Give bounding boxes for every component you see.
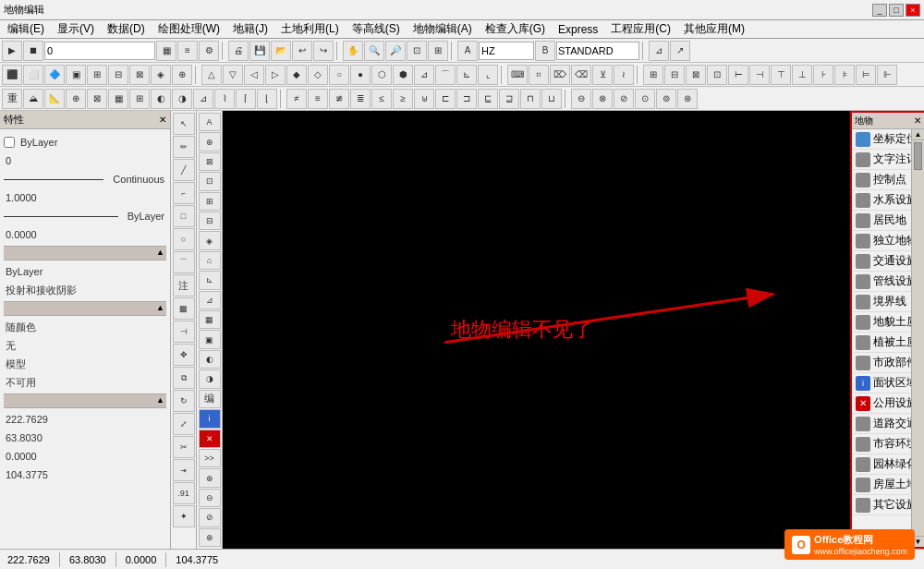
tb2-18[interactable]: ⬡: [371, 65, 392, 85]
rp-item-public[interactable]: ✕ 公用设施: [852, 393, 911, 414]
menu-other[interactable]: 其他应用(M): [678, 20, 750, 38]
ltb-scale[interactable]: ⤢: [173, 413, 195, 435]
ltb2-16[interactable]: i: [199, 409, 221, 428]
tb3-5[interactable]: ⊠: [87, 89, 107, 109]
tb3-11[interactable]: ⌇: [214, 89, 235, 109]
style-input[interactable]: [556, 42, 639, 60]
ltb2-2[interactable]: ⊕: [199, 132, 221, 151]
rp-item-border[interactable]: 境界线: [852, 292, 911, 312]
ltb-hatch[interactable]: ▩: [173, 297, 195, 320]
rp-item-area[interactable]: i 面状区域: [852, 373, 911, 393]
tb2-11[interactable]: ▽: [223, 65, 243, 85]
tb2-1[interactable]: ⬛: [2, 65, 22, 85]
tb3-8[interactable]: ◐: [151, 89, 171, 109]
rp-item-road[interactable]: 道路交通: [852, 414, 911, 434]
ltb2-1[interactable]: A: [199, 113, 221, 131]
rp-item-indep[interactable]: 独立地物: [852, 231, 911, 251]
bylayer-checkbox[interactable]: [4, 137, 15, 148]
rp-item-traffic[interactable]: 交通设施: [852, 251, 911, 272]
tb2-20[interactable]: ⊿: [414, 65, 434, 85]
tb2-5[interactable]: ⊞: [87, 65, 107, 85]
close-btn[interactable]: ×: [906, 4, 920, 17]
tb2-40[interactable]: ⊨: [856, 65, 876, 85]
tb3-16[interactable]: ≢: [329, 89, 349, 109]
menu-landuse[interactable]: 土地利用(L): [275, 20, 345, 38]
ltb-polyline[interactable]: ⌐: [173, 182, 195, 204]
tb3-10[interactable]: ⊿: [193, 89, 213, 109]
tb2-38[interactable]: ⊦: [813, 65, 833, 85]
tb-btn-3[interactable]: ▦: [156, 41, 176, 61]
tb3-14[interactable]: ≠: [286, 89, 307, 109]
tb2-15[interactable]: ◇: [308, 65, 328, 85]
tb-redo[interactable]: ↪: [313, 41, 334, 61]
tb3-4[interactable]: ⊕: [66, 89, 86, 109]
rp-item-coord[interactable]: 坐标定位: [852, 129, 911, 150]
panel-close-btn[interactable]: ✕: [159, 115, 166, 125]
tb-a[interactable]: A: [457, 41, 478, 61]
tb-zoom-sel[interactable]: ⊞: [428, 41, 448, 61]
rp-item-other[interactable]: 其它设施: [852, 495, 911, 515]
tb3-24[interactable]: ⊒: [499, 89, 519, 109]
tb2-21[interactable]: ⌒: [435, 65, 456, 85]
ltb2-14[interactable]: ◑: [199, 369, 221, 388]
tb-btn-5[interactable]: ⚙: [199, 41, 219, 61]
tb2-27[interactable]: ⌫: [571, 65, 591, 85]
tb2-33[interactable]: ⊡: [707, 65, 727, 85]
tb2-19[interactable]: ⬢: [393, 65, 413, 85]
ltb2-3[interactable]: ⊠: [199, 152, 221, 171]
tb3-17[interactable]: ≣: [350, 89, 371, 109]
ltb-arc[interactable]: ⌒: [173, 251, 195, 273]
ltb-rect[interactable]: □: [173, 205, 195, 227]
rp-item-house[interactable]: 房屋土地: [852, 475, 911, 495]
tb3-31[interactable]: ⊚: [656, 89, 676, 109]
tb2-3[interactable]: 🔷: [44, 65, 65, 85]
ltb-copy[interactable]: ⧉: [173, 367, 195, 389]
tb-btn-4[interactable]: ≡: [177, 41, 198, 61]
rp-item-city[interactable]: 市政部件: [852, 353, 911, 373]
canvas-area[interactable]: 地物编辑不见了: [223, 111, 850, 549]
section-collapse2[interactable]: ▲: [156, 303, 164, 312]
tb3-25[interactable]: ⊓: [520, 89, 541, 109]
ltb-dim[interactable]: ⊣: [173, 321, 195, 343]
tb2-7[interactable]: ⊠: [129, 65, 150, 85]
section-collapse3[interactable]: ▲: [156, 395, 164, 405]
ltb2-21[interactable]: ⊘: [199, 508, 221, 527]
tb-undo[interactable]: ↩: [292, 41, 312, 61]
tb3-22[interactable]: ⊐: [456, 89, 477, 109]
ltb2-10[interactable]: ⊿: [199, 291, 221, 309]
tb2-23[interactable]: ⌞: [478, 65, 498, 85]
ltb-move[interactable]: ✥: [173, 344, 195, 366]
tb3-6[interactable]: ▦: [108, 89, 128, 109]
menu-view[interactable]: 显示(V): [52, 20, 100, 38]
font-input[interactable]: [479, 42, 534, 60]
tb2-8[interactable]: ◈: [151, 65, 171, 85]
ltb2-22[interactable]: ⊗: [199, 528, 221, 547]
tb3-9[interactable]: ◑: [172, 89, 192, 109]
tb2-22[interactable]: ⊾: [456, 65, 477, 85]
tb3-2[interactable]: ⛰: [23, 89, 43, 109]
tb-zoom-in[interactable]: 🔍: [364, 41, 384, 61]
tb2-25[interactable]: ⌗: [529, 65, 549, 85]
tb2-29[interactable]: ≀: [614, 65, 634, 85]
tb-zoom-all[interactable]: ⊡: [407, 41, 427, 61]
menu-draw[interactable]: 绘图处理(W): [152, 20, 225, 38]
tb2-24[interactable]: ⌨: [507, 65, 528, 85]
ltb-pen[interactable]: ✏: [173, 136, 195, 158]
ltb2-8[interactable]: ⌂: [199, 251, 221, 270]
ltb-arrow[interactable]: ↖: [173, 113, 195, 135]
tb-btn-2[interactable]: ⏹: [23, 41, 43, 61]
ltb2-5[interactable]: ⊞: [199, 192, 221, 211]
menu-data[interactable]: 数据(D): [102, 20, 151, 38]
rp-item-park[interactable]: 园林绿化: [852, 454, 911, 475]
tb2-36[interactable]: ⊤: [771, 65, 791, 85]
tb3-23[interactable]: ⊑: [478, 89, 498, 109]
tb3-21[interactable]: ⊏: [435, 89, 456, 109]
tb2-26[interactable]: ⌦: [550, 65, 570, 85]
tb2-32[interactable]: ⊠: [686, 65, 706, 85]
menu-inspect[interactable]: 检查入库(G): [480, 20, 551, 38]
tb-btn-1[interactable]: ▶: [2, 41, 22, 61]
ltb2-7[interactable]: ◈: [199, 231, 221, 249]
tb2-34[interactable]: ⊢: [728, 65, 748, 85]
rp-item-text[interactable]: 文字注记: [852, 150, 911, 170]
tb3-28[interactable]: ⊗: [592, 89, 613, 109]
